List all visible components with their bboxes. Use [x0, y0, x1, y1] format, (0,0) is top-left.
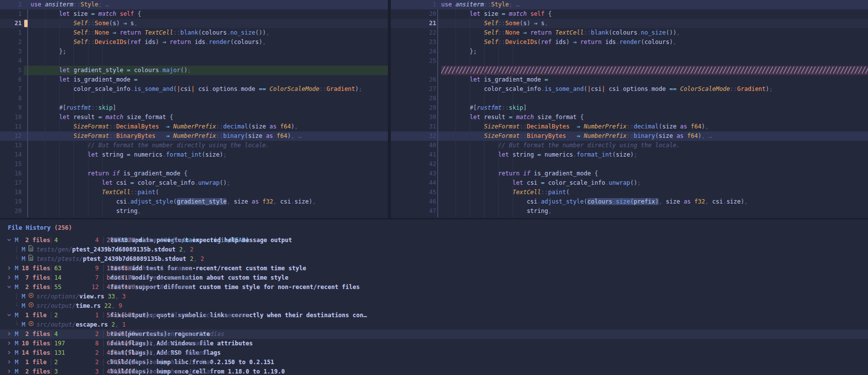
chevron-right-icon[interactable]: [7, 330, 11, 339]
code-line[interactable]: 19 csi.adjust_style(gradient_style, size…: [0, 197, 388, 207]
code-token: skip: [98, 104, 113, 111]
code-line[interactable]: 25: [391, 56, 868, 66]
commit-file-row[interactable]: │Mtests/gen/ptest_2439b7d68089135b.stdou…: [0, 245, 868, 254]
code-line[interactable]: 6 let is_gradient_mode =: [0, 75, 388, 84]
code-line[interactable]: 21 Self::Some(s) ⇒ s,: [0, 19, 388, 28]
code-line[interactable]: 28: [391, 94, 868, 103]
code-line[interactable]: 24 };: [391, 47, 868, 56]
code-line[interactable]: 21 Self::Some(s) ⇒ s,: [391, 19, 868, 28]
code-line[interactable]: 3 };: [0, 47, 388, 56]
commit-file-row[interactable]: └Mtests/ptests/ptest_2439b7d68089135b.st…: [0, 254, 868, 264]
line-number: 9: [0, 103, 22, 113]
commit-row[interactable]: M14 files│1312│458a6f5b feat(flags): Add…: [0, 348, 868, 358]
commit-row[interactable]: M 1 file│21│54abab78 fix(output): quote …: [0, 311, 868, 320]
code-line[interactable]: 9 #[rustfmt::skip]: [0, 103, 388, 113]
code-line[interactable]: 1 Self::None ⇒ return TextCell::blank(co…: [0, 28, 388, 38]
commit-file-row[interactable]: └Msrc/output/time.rs 22, 9: [0, 301, 868, 311]
commit-file-row[interactable]: │Msrc/options/view.rs 33, 3: [0, 292, 868, 301]
code-line[interactable]: 2use ansiterm::Style; …: [0, 0, 388, 9]
diff-pane-left[interactable]: 2use ansiterm::Style; …1 let size = matc…: [0, 0, 388, 218]
commit-row[interactable]: M 7 files│147│baca7175 docs: modify docu…: [0, 273, 868, 283]
code-line[interactable]: 14 let string = numerics.format_int(size…: [0, 150, 388, 160]
code-line[interactable]: 12 SizeFormat::BinaryBytes ⇒ NumberPrefi…: [0, 131, 388, 141]
code-line[interactable]: 7 color_scale_info.is_some_and(|csi| csi…: [0, 84, 388, 94]
code-line[interactable]: 17 let csi = color_scale_info.unwrap();: [0, 178, 388, 188]
code-token: ;: [188, 67, 191, 74]
code-token: let: [470, 114, 481, 121]
commit-row[interactable]: M 2 files│44│2bedc823 (HEAD → main, orig…: [0, 236, 868, 245]
code-line[interactable]: 5 let gradient_style = colours.major();: [0, 66, 388, 75]
code-line[interactable]: 32 SizeFormat::BinaryBytes ⇒ NumberPrefi…: [391, 131, 868, 141]
code-token: =: [91, 10, 95, 17]
commit-row[interactable]: M18 files│639│131ad8af test: add tests f…: [0, 264, 868, 273]
code-token: TextCell: [102, 189, 131, 196]
code-line[interactable]: 27 color_scale_info.is_some_and(|csi| cs…: [391, 84, 868, 94]
code-text: SizeFormat::BinaryBytes ⇒ NumberPrefix::…: [441, 131, 868, 141]
deletions-count: 1: [78, 311, 99, 320]
chevron-down-icon[interactable]: [7, 283, 11, 292]
code-token: ::: [502, 104, 509, 111]
code-line[interactable]: 18 TextCell::paint(: [0, 188, 388, 197]
chevron-right-icon[interactable]: [7, 358, 11, 367]
code-line[interactable]: 41 let string = numerics.format_int(size…: [391, 150, 868, 160]
code-line[interactable]: 20 string,: [0, 207, 388, 216]
commit-row[interactable]: M 2 files│42│b19d61f0 test(powertests): …: [0, 330, 868, 339]
code-token: adjust_style: [541, 198, 584, 205]
code-line[interactable]: 45 TextCell::paint(: [391, 188, 868, 197]
chevron-right-icon[interactable]: [7, 348, 11, 358]
code-line[interactable]: 40 // But format the number directly usi…: [391, 141, 868, 150]
code-line[interactable]: 2 Self::DeviceIDs(ref ids) ⇒ return ids.…: [0, 38, 388, 47]
code-line[interactable]: 13 // But format the number directly usi…: [0, 141, 388, 150]
code-line[interactable]: 43 return if is_gradient_mode {: [391, 169, 868, 178]
code-line[interactable]: 29 #[rustfmt::skip]: [391, 103, 868, 113]
chevron-right-icon[interactable]: [7, 339, 11, 348]
code-token: (: [609, 29, 612, 36]
diff-pane-right[interactable]: 1use ansiterm::Style; …20 let size = mat…: [391, 0, 868, 218]
chevron-right-icon[interactable]: [7, 273, 11, 283]
commit-file-row[interactable]: └Msrc/output/escape.rs 2, 1: [0, 320, 868, 330]
file-name: ptest_2439b7d68089135b.stdout: [72, 246, 176, 253]
code-line[interactable]: 44 let csi = color_scale_info.unwrap();: [391, 178, 868, 188]
code-token: is_gradient_mode: [120, 170, 181, 177]
chevron-right-icon[interactable]: [7, 367, 11, 375]
commit-row[interactable]: M10 files│1978│66d16a9c feat(flags): Add…: [0, 339, 868, 348]
code-line[interactable]: 10 let result = match size_format {: [0, 113, 388, 122]
code-token: ; …: [98, 1, 109, 8]
code-line[interactable]: 16 return if is_gradient_mode {: [0, 169, 388, 178]
code-line[interactable]: 42: [391, 160, 868, 169]
code-line[interactable]: 15: [0, 160, 388, 169]
code-line[interactable]: 46 csi.adjust_style(colours.size(prefix)…: [391, 197, 868, 207]
code-line[interactable]: 30 let result = match size_format {: [391, 113, 868, 122]
line-number: 30: [391, 113, 436, 122]
code-text: TextCell::paint(: [441, 188, 868, 197]
code-line[interactable]: 31 SizeFormat::DecimalBytes ⇒ NumberPref…: [391, 122, 868, 131]
code-text: let size = match self {: [31, 9, 388, 19]
code-line[interactable]: 23 Self::DeviceIDs(ref ids) ⇒ return ids…: [391, 38, 868, 47]
line-number: 25: [391, 56, 436, 66]
code-text: return if is_gradient_mode {: [31, 169, 388, 178]
code-line[interactable]: 22 Self::None ⇒ return TextCell::blank(c…: [391, 28, 868, 38]
code-line[interactable]: 4: [0, 56, 388, 66]
file-name: ptest_2439b7d68089135b.stdout: [83, 255, 187, 262]
deleted-lines-filler-row[interactable]: ╱╱╱╱╱╱╱╱╱╱╱╱╱╱╱╱╱╱╱╱╱╱╱╱╱╱╱╱╱╱╱╱╱╱╱╱╱╱╱╱…: [391, 66, 868, 75]
code-line[interactable]: 20 let size = match self {: [391, 9, 868, 19]
commit-row[interactable]: M 2 files│33│42136401 build(deps): bump …: [0, 367, 868, 375]
status-flag: M: [22, 292, 25, 301]
chevron-down-icon[interactable]: [7, 236, 11, 245]
chevron-right-icon[interactable]: [7, 264, 11, 273]
code-token: Self: [484, 20, 498, 27]
code-line[interactable]: 47 string,: [391, 207, 868, 216]
code-token: ]: [113, 104, 116, 111]
code-token: string: [31, 208, 138, 214]
code-line[interactable]: 1 let size = match self {: [0, 9, 388, 19]
file-history-panel[interactable]: File History (256) M 2 files│44│2bedc823…: [0, 219, 868, 375]
code-token: color_scale_info: [31, 85, 130, 92]
commit-row[interactable]: M 2 files│5512│422efee0 feat!: support d…: [0, 283, 868, 292]
commit-row[interactable]: M 1 file│22│c7950dc9 build(deps): bump l…: [0, 358, 868, 367]
chevron-down-icon[interactable]: [7, 311, 11, 320]
gutter-spacer: [22, 160, 31, 169]
code-line[interactable]: 11 SizeFormat::DecimalBytes ⇒ NumberPref…: [0, 122, 388, 131]
code-line[interactable]: 26 let is_gradient_mode =: [391, 75, 868, 84]
code-line[interactable]: 1use ansiterm::Style; …: [391, 0, 868, 9]
code-line[interactable]: 8: [0, 94, 388, 103]
